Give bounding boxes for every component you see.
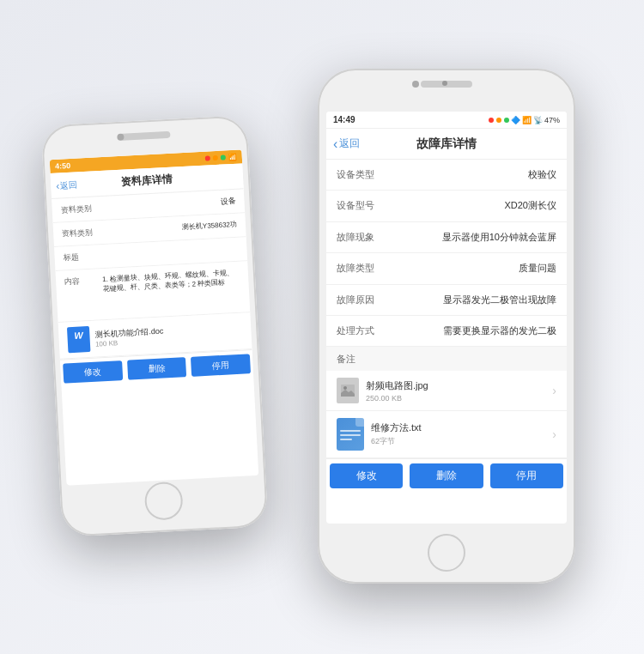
status-time-back: 4:50	[55, 161, 71, 171]
phone-front-screen: 14:49 🔷 📶 📡 47% ‹ 返回 故障库详情	[326, 112, 567, 524]
row-solution: 处理方式 需要更换显示器的发光二极	[326, 316, 567, 347]
file-info-image: 射频电路图.jpg 250.00 KB	[366, 379, 545, 403]
phone-camera-front	[412, 81, 419, 88]
row-device-type: 设备类型 校验仪	[326, 160, 567, 191]
phone-front: 14:49 🔷 📶 📡 47% ‹ 返回 故障库详情	[318, 69, 575, 584]
dot-green-front	[504, 118, 509, 123]
txt-file-icon	[337, 418, 364, 451]
row-fault-type: 故障类型 质量问题	[326, 253, 567, 284]
disable-button-back[interactable]: 停用	[191, 354, 251, 377]
status-time-front: 14:49	[333, 115, 355, 124]
status-dots-front	[489, 118, 509, 123]
dot-green-back	[221, 154, 226, 160]
nav-back-button-front[interactable]: ‹ 返回	[333, 136, 360, 151]
nav-title-back: 资料库详情	[121, 173, 173, 190]
modify-button-back[interactable]: 修改	[63, 360, 123, 384]
dot-red-back	[205, 155, 210, 160]
row-fault-cause: 故障原因 显示器发光二极管出现故障	[326, 285, 567, 316]
image-file-icon	[337, 378, 359, 403]
dot-red-front	[489, 118, 494, 123]
row-fault-phenomenon: 故障现象 显示器使用10分钟就会蓝屏	[326, 222, 567, 253]
phone-camera2-front	[442, 81, 447, 86]
phone-back-screen: 4:50 📶 ‹ 返回 资料库详情 资料类别 设备	[50, 149, 259, 485]
delete-button-front[interactable]: 删除	[410, 463, 483, 488]
nav-bar-front: ‹ 返回 故障库详情	[326, 129, 567, 160]
phone-camera-back	[117, 134, 124, 141]
file-item-txt[interactable]: 维修方法.txt 62字节 ›	[326, 411, 567, 458]
disable-button-front[interactable]: 停用	[490, 463, 563, 488]
nav-title-front: 故障库详情	[416, 136, 477, 152]
file-arrow-image: ›	[552, 384, 556, 397]
word-icon-back	[67, 326, 91, 353]
phone-back: 4:50 📶 ‹ 返回 资料库详情 资料类别 设备	[41, 115, 269, 537]
section-remark: 备注	[326, 347, 567, 371]
dot-yellow-back	[213, 155, 218, 160]
status-icons-front: 🔷 📶 📡 47%	[489, 116, 560, 124]
row-device-model: 设备型号 XD20测长仪	[326, 191, 567, 221]
nav-back-button-back[interactable]: ‹ 返回	[56, 179, 78, 191]
file-item-image[interactable]: 射频电路图.jpg 250.00 KB ›	[326, 371, 567, 411]
svg-point-1	[343, 386, 347, 390]
file-info-txt: 维修方法.txt 62字节	[371, 421, 545, 447]
modify-button-front[interactable]: 修改	[330, 463, 403, 488]
dot-yellow-front	[496, 118, 501, 123]
status-bar-front: 14:49 🔷 📶 📡 47%	[326, 112, 567, 129]
delete-button-back[interactable]: 删除	[127, 357, 187, 380]
bottom-toolbar-front: 修改 删除 停用	[326, 458, 567, 493]
file-arrow-txt: ›	[552, 427, 556, 441]
battery-status: 47%	[544, 116, 560, 124]
